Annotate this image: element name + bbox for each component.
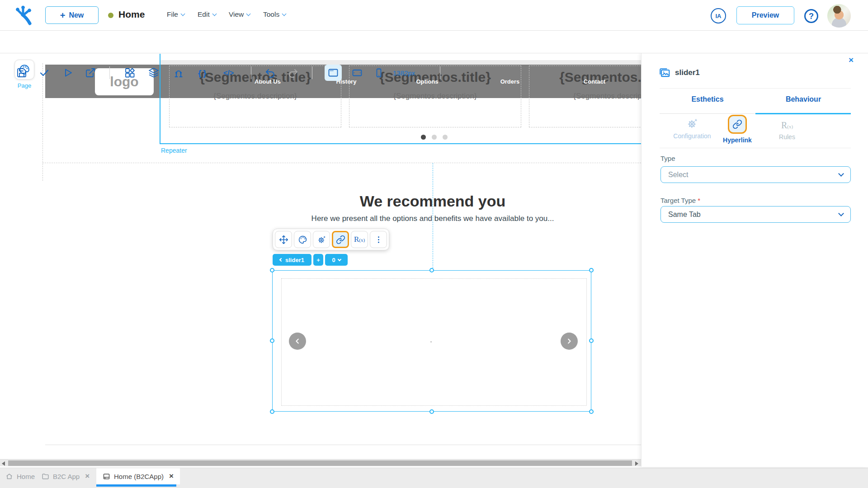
chevron-down-icon bbox=[181, 11, 185, 16]
document-tab-bar: Home B2C App × Home (B2CApp) × bbox=[0, 468, 868, 488]
toolbar-divider bbox=[251, 66, 251, 79]
brand-logo-icon[interactable] bbox=[14, 5, 35, 26]
add-item-chip[interactable]: + bbox=[313, 254, 323, 266]
item-count-chip[interactable]: 0 bbox=[325, 254, 348, 266]
chevron-down-icon bbox=[838, 211, 844, 216]
hyperlink-icon bbox=[732, 119, 742, 129]
move-button[interactable] bbox=[275, 231, 292, 248]
recommend-subheading[interactable]: Here we present all the options and bene… bbox=[274, 214, 591, 223]
tab-b2c-app[interactable]: B2C App × bbox=[42, 468, 90, 484]
panel-title-row: slider1 bbox=[659, 67, 700, 79]
code-icon[interactable]: </> bbox=[223, 69, 234, 80]
scrollbar-thumb[interactable] bbox=[8, 460, 632, 466]
page-title: Home bbox=[118, 9, 145, 20]
undo-icon[interactable] bbox=[265, 67, 276, 78]
tab-behaviour[interactable]: Behaviour bbox=[755, 95, 851, 103]
tablet-view-icon[interactable] bbox=[352, 67, 363, 78]
panel-divider bbox=[660, 148, 851, 148]
tab-home-b2capp-active[interactable]: Home (B2CApp) × bbox=[96, 468, 180, 484]
chevron-left-icon bbox=[293, 337, 302, 345]
repeater-label[interactable]: Repeater bbox=[161, 147, 187, 154]
menu-edit[interactable]: Edit bbox=[198, 10, 216, 19]
chevron-down-icon bbox=[838, 171, 844, 177]
check-icon[interactable] bbox=[39, 67, 50, 78]
panel-action-hyperlink-active[interactable]: Hyperlink bbox=[710, 115, 764, 144]
ai-assistant-icon[interactable]: IA bbox=[711, 8, 726, 23]
chevron-down-icon bbox=[337, 257, 341, 261]
toolbar-divider bbox=[312, 66, 312, 79]
run-icon[interactable] bbox=[62, 67, 73, 78]
new-button-label: New bbox=[69, 11, 84, 19]
resize-handle-n[interactable] bbox=[429, 268, 434, 272]
scroll-right-arrow[interactable] bbox=[635, 461, 638, 466]
hyperlink-icon bbox=[336, 235, 345, 244]
gear-sparkle-icon bbox=[317, 235, 326, 244]
resize-handle-w[interactable] bbox=[270, 338, 274, 343]
phone-view-icon[interactable] bbox=[373, 67, 384, 78]
menu-file[interactable]: File bbox=[167, 10, 184, 19]
chevron-right-icon bbox=[565, 337, 573, 345]
help-icon[interactable]: ? bbox=[804, 9, 819, 23]
chevron-down-icon bbox=[246, 11, 251, 16]
preview-button[interactable]: Preview bbox=[736, 6, 794, 24]
more-options-button[interactable] bbox=[370, 231, 387, 248]
canvas-width-value[interactable]: 1382px bbox=[393, 69, 415, 77]
slider-element[interactable] bbox=[281, 278, 587, 406]
toolbar-divider bbox=[109, 66, 110, 79]
export-icon[interactable] bbox=[85, 67, 96, 78]
target-type-field-label: Target Type * bbox=[660, 197, 700, 204]
save-icon[interactable] bbox=[16, 67, 27, 78]
resize-handle-sw[interactable] bbox=[270, 409, 274, 414]
nav-item-contact[interactable]: Contact bbox=[584, 78, 605, 85]
panel-divider bbox=[660, 88, 851, 89]
artboard-edge-guide bbox=[42, 63, 43, 181]
nav-item-options[interactable]: Options bbox=[416, 78, 438, 85]
desktop-view-icon[interactable] bbox=[328, 67, 339, 78]
resize-handle-ne[interactable] bbox=[589, 268, 594, 272]
tab-home[interactable]: Home bbox=[5, 468, 35, 484]
kebab-menu-icon bbox=[374, 235, 383, 244]
type-select[interactable]: Select bbox=[660, 166, 851, 183]
nav-item-orders[interactable]: Orders bbox=[500, 78, 520, 85]
slideshow-icon bbox=[659, 67, 670, 79]
close-tab-icon[interactable]: × bbox=[85, 472, 90, 481]
menu-view[interactable]: View bbox=[229, 10, 250, 19]
section-divider-guide bbox=[42, 163, 641, 163]
resize-handle-se[interactable] bbox=[589, 409, 594, 414]
new-button[interactable]: + New bbox=[45, 6, 99, 24]
braces-icon[interactable]: { } bbox=[198, 68, 207, 79]
layers-icon[interactable] bbox=[148, 67, 159, 78]
hyperlink-highlight-ring bbox=[728, 115, 747, 134]
rules-button[interactable]: R(x) bbox=[351, 231, 368, 248]
close-panel-icon[interactable]: × bbox=[849, 55, 854, 65]
slider-center-mark bbox=[430, 341, 432, 343]
design-canvas[interactable]: logo {Segmentos.title} {Segmentos.descri… bbox=[0, 53, 641, 467]
hyperlink-button-highlighted[interactable] bbox=[332, 231, 349, 248]
slider-prev-arrow[interactable] bbox=[289, 333, 306, 350]
plus-icon: + bbox=[60, 11, 66, 20]
configuration-button[interactable] bbox=[313, 231, 330, 248]
recommend-heading[interactable]: We recommend you bbox=[297, 192, 568, 210]
close-tab-icon[interactable]: × bbox=[169, 472, 174, 481]
scroll-left-arrow[interactable] bbox=[2, 461, 5, 466]
selected-element-chip[interactable]: slider1 bbox=[273, 254, 311, 266]
resize-handle-nw[interactable] bbox=[270, 268, 274, 272]
flow-connector-icon[interactable] bbox=[173, 67, 184, 78]
resize-handle-s[interactable] bbox=[429, 409, 434, 414]
panel-action-rules[interactable]: R(x) Rules bbox=[760, 120, 814, 141]
palette-icon bbox=[298, 235, 307, 244]
tab-esthetics[interactable]: Esthetics bbox=[660, 95, 755, 103]
nav-item-about[interactable]: About Us bbox=[255, 78, 281, 85]
horizontal-scrollbar[interactable] bbox=[0, 459, 641, 466]
redo-icon[interactable] bbox=[288, 67, 298, 78]
saved-status-dot bbox=[108, 13, 113, 18]
resize-handle-e[interactable] bbox=[589, 338, 594, 343]
menu-tools[interactable]: Tools bbox=[263, 10, 286, 19]
esthetics-button[interactable] bbox=[294, 231, 311, 248]
page-style-label: Page bbox=[14, 82, 34, 89]
top-bar: + New Home File Edit View Tools IA Previ… bbox=[0, 0, 868, 31]
slider-next-arrow[interactable] bbox=[561, 333, 578, 350]
user-avatar[interactable] bbox=[827, 4, 851, 28]
target-type-select[interactable]: Same Tab bbox=[660, 206, 851, 223]
components-icon[interactable] bbox=[124, 67, 135, 78]
